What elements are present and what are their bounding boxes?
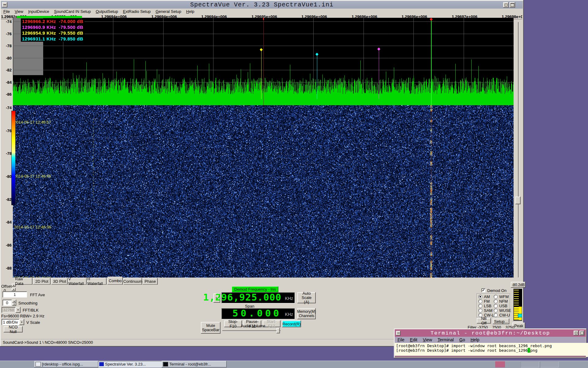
terminal-menu-item[interactable]: View: [420, 337, 435, 343]
task-icon: [99, 362, 104, 366]
menu-item[interactable]: View: [12, 9, 26, 14]
taskbar: [rdesktop - office.ispg...SpectraVue Ver…: [0, 361, 588, 368]
demod-mode-radio[interactable]: WUSE: [494, 309, 511, 312]
view-tab[interactable]: Continuum: [124, 278, 142, 285]
task-button[interactable]: Terminal - root@eb3fr...: [162, 361, 227, 367]
smoothing-up-button[interactable]: ▲: [12, 300, 16, 303]
terminal-menu-item[interactable]: Go: [457, 337, 468, 343]
terminal-menu-item[interactable]: Help: [468, 337, 482, 343]
view-tab[interactable]: V Waterfall: [68, 278, 87, 285]
signal-marker-diamond: [430, 18, 433, 21]
fft-blk-dropdown-icon[interactable]: ▼: [16, 307, 21, 313]
task-button[interactable]: SpectraVue Ver. 3.23...: [98, 361, 163, 367]
demod-mode-radio[interactable]: WFM: [494, 295, 511, 299]
terminal-menu-bar: FileEditViewTerminalGoHelp: [395, 337, 586, 343]
radio-label: LSB: [484, 304, 492, 308]
view-tab[interactable]: 3D Plot: [51, 278, 68, 285]
waterfall-color-scale: [11, 111, 16, 205]
view-tab[interactable]: H Waterfall: [87, 278, 107, 285]
menu-item[interactable]: SoundCard IN Setup: [52, 9, 93, 14]
db-tick-label: -80: [6, 174, 12, 179]
radio-label: WFM: [499, 294, 509, 299]
terminal-titlebar[interactable]: Terminal - root@eb3frn:~/Desktop: [395, 329, 586, 337]
db-tick-label: -86: [6, 243, 12, 247]
demod-on-checkbox[interactable]: ✓: [481, 288, 485, 292]
v-scale-dropdown-icon[interactable]: ▼: [19, 319, 24, 325]
offset-down-button[interactable]: ▼: [12, 288, 16, 291]
terminal-menu-item[interactable]: Edit: [407, 337, 420, 343]
terminal-bottom-edge: [395, 356, 586, 357]
terminal-body[interactable]: [root@eb3frn Desktop]# import -window ro…: [395, 343, 588, 357]
auto-scale-button[interactable]: Auto Scale (A): [297, 292, 316, 303]
terminal-system-menu-icon[interactable]: [396, 331, 401, 335]
demod-mode-radio[interactable]: USB: [494, 304, 511, 308]
demod-mode-radio[interactable]: LSB: [478, 304, 494, 308]
spectravue-window: SpectraVue Ver. 3.23 SpectraVue1.ini Fil…: [0, 0, 524, 347]
demod-mode-radio[interactable]: SAM: [478, 309, 494, 312]
signal-marker-diamond: [377, 48, 380, 51]
demod-frequency-unit: KHz: [285, 296, 293, 301]
menu-item[interactable]: InputDevice: [26, 9, 52, 14]
view-tab[interactable]: Raw Data: [15, 278, 32, 285]
span-value: 50.000: [232, 308, 281, 319]
titlebar[interactable]: SpectraVue Ver. 3.23 SpectraVue1.ini: [1, 1, 523, 9]
stop-button[interactable]: Stop-F10: [224, 320, 242, 327]
span-display[interactable]: 50.000 KHz: [221, 308, 295, 319]
plot-scrollbar-track[interactable]: [518, 22, 519, 278]
level-db-button[interactable]: -80.2dB: [511, 282, 526, 288]
terminal-maximize-button[interactable]: [579, 331, 584, 335]
demod-mode-radio[interactable]: NFM: [494, 299, 511, 303]
task-button[interactable]: [rdesktop - office.ispg...: [34, 361, 99, 367]
memory-channels-button[interactable]: Memory(M) Channels: [297, 308, 316, 319]
demod-frequency-display[interactable]: 1,296,925.000 KHz: [221, 292, 295, 303]
plot-scrollbar-thumb[interactable]: [515, 197, 521, 204]
smoothing-input[interactable]: 0: [2, 300, 12, 306]
audio-volume-track[interactable]: [222, 330, 281, 331]
menu-item[interactable]: OutputSetup: [93, 9, 121, 14]
system-menu-icon[interactable]: [2, 2, 7, 7]
terminal-menu-item[interactable]: Terminal: [435, 337, 457, 343]
view-tab[interactable]: Phase: [143, 278, 158, 285]
menu-item[interactable]: Help: [184, 9, 197, 14]
terminal-menu-item[interactable]: File: [395, 337, 407, 343]
offset-up-button[interactable]: ▲: [12, 284, 16, 287]
menu-item[interactable]: ExtRadio Setup: [121, 9, 153, 14]
radio-icon: [494, 295, 498, 299]
demod-mode-radio[interactable]: AM: [478, 295, 494, 299]
audio-volume-handle[interactable]: [277, 328, 280, 333]
terminal-line2-suffix: png: [530, 348, 537, 353]
auto-scale-line1: Auto Scale: [299, 291, 314, 300]
tray-highlight: [495, 361, 505, 367]
fft-ave-label: FFT Ave: [30, 293, 45, 297]
v-scale-select[interactable]: 1 dB/Div: [2, 319, 19, 325]
terminal-minimize-button[interactable]: [574, 331, 579, 335]
view-tab[interactable]: Combo: [107, 277, 123, 285]
nco-null-button[interactable]: NCO Null: [4, 326, 23, 332]
db-tick-label: -84: [6, 220, 12, 224]
task-label: [rdesktop - office.ispg...: [42, 362, 83, 366]
demod-mode-radio[interactable]: CW-U: [494, 313, 511, 317]
mute-button[interactable]: Mute SpaceBar: [201, 322, 221, 334]
demod-mode-radio[interactable]: FM: [478, 299, 494, 303]
record-button[interactable]: Record(R): [282, 320, 301, 327]
view-tab[interactable]: 2D Plot: [33, 278, 51, 285]
task-label: Terminal - root@eb3fr...: [169, 362, 211, 366]
audio-volume-label: Audio Volume: [241, 324, 265, 328]
v-scale-label: V Scale: [26, 320, 40, 325]
smoothing-down-button[interactable]: ▼: [12, 303, 16, 306]
band-indicator-bar: [17, 16, 82, 18]
nb-off-button[interactable]: NB Off: [477, 318, 491, 324]
spectrum-overlay: 1296966.2 KHz -74.000 dB1296960.9 KHz -7…: [13, 18, 514, 105]
maximize-button[interactable]: [510, 2, 515, 8]
minimize-button[interactable]: [503, 2, 509, 8]
fft-blk-select[interactable]: 32768: [2, 307, 16, 313]
radio-icon: [478, 309, 482, 312]
setup-button[interactable]: Setup...: [493, 319, 509, 324]
radio-icon: [478, 295, 482, 299]
memory-line1: Memory(M): [297, 309, 316, 314]
menu-item[interactable]: General Setup: [153, 9, 184, 14]
mute-line2: SpaceBar: [202, 328, 219, 332]
meter-threshold-handle[interactable]: [518, 314, 522, 317]
db-tick-label: -76: [6, 128, 12, 133]
fft-ave-input[interactable]: 1: [2, 291, 27, 297]
